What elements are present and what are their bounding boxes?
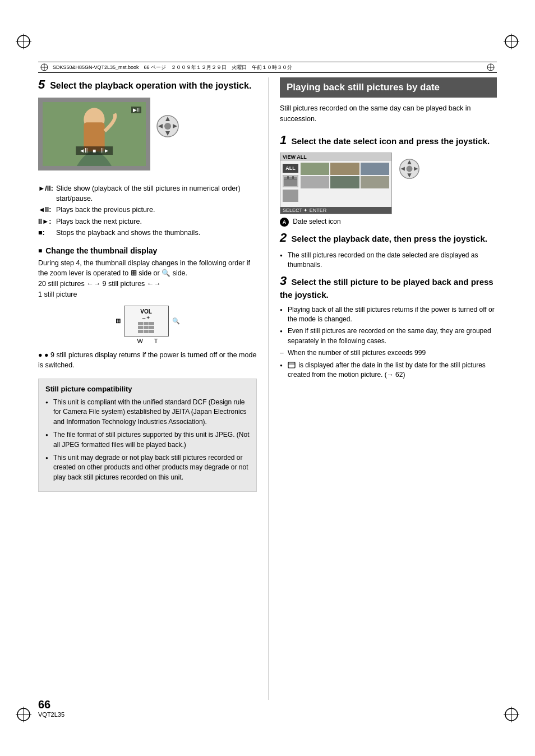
bullet-prev: ◄II: Plays back the previous picture.	[38, 205, 257, 215]
model-number: VQT2L35	[38, 711, 64, 718]
select-bar: SELECT ✦ ENTER	[280, 207, 391, 214]
change-thumbnail-heading: Change the thumbnail display	[38, 246, 257, 255]
step2-num: 2	[280, 231, 287, 245]
thumb-content: ALL	[280, 161, 391, 204]
thumb-2	[330, 163, 359, 175]
zoom-diagram: ⊞ VOL –+ 🔍 W T	[38, 306, 257, 344]
step2-text: Select the playback date, then press the…	[292, 234, 487, 243]
zoom-t-label: T	[154, 338, 158, 344]
bullet-stop-label: ■:	[38, 228, 56, 238]
bullet-prev-text: Plays back the previous picture.	[56, 205, 155, 215]
zoom-w-label: W	[137, 338, 142, 344]
joystick-icon-step1	[399, 158, 420, 181]
thumb-3	[361, 163, 389, 175]
step5-num: 5	[38, 77, 45, 91]
zoom-grid	[138, 322, 155, 333]
step1-text: Select the date select icon and press th…	[292, 136, 490, 146]
compat-item-3: This unit may degrade or not play back s…	[45, 453, 250, 482]
date-icon-label-row: A Date select icon	[280, 218, 392, 227]
zoom-w-icon: ⊞	[116, 317, 121, 325]
compat-item-2: The file format of still pictures suppor…	[45, 430, 250, 450]
step1-num: 1	[280, 133, 287, 147]
compat-list: This unit is compliant with the unified …	[45, 398, 250, 482]
compat-title: Still picture compatibility	[45, 385, 250, 393]
step3-heading: 3 Select the still picture to be played …	[280, 273, 497, 300]
view-all-bar: VIEW ALL	[280, 153, 391, 161]
svg-rect-28	[284, 177, 297, 186]
circle-a-badge: A	[280, 218, 289, 227]
change-thumbnail-label: Change the thumbnail display	[45, 246, 157, 255]
step5-text: Select the playback operation with the j…	[50, 81, 251, 90]
column-divider	[268, 77, 269, 700]
header-text: SDKS50&H85GN-VQT2L35_mst.book 66 ページ ２００…	[53, 64, 292, 71]
step2-heading: 2 Select the playback date, then press t…	[280, 230, 497, 246]
step1-image-row: VIEW ALL ALL	[280, 153, 497, 227]
compat-box: Still picture compatibility This unit is…	[38, 379, 257, 492]
screen-overlay: ▶II ◄II ■ II►	[43, 102, 146, 166]
step3-num: 3	[280, 274, 287, 288]
zoom-box: VOL –+	[124, 306, 169, 336]
bullet-prev-label: ◄II:	[38, 205, 56, 215]
reg-mark-tr	[504, 34, 519, 49]
camera-playback-image: ▶II ◄II ■ II►	[38, 98, 150, 170]
folder-icon	[283, 190, 298, 202]
thumb-5	[330, 176, 359, 188]
zoom-wt-labels: W T	[137, 338, 158, 344]
thumb-4	[301, 176, 329, 188]
note-exceeds-999: When the number of still pictures exceed…	[280, 348, 497, 358]
svg-point-37	[407, 166, 413, 172]
all-btn-col: ALL	[283, 163, 298, 202]
left-column: 5 Select the playback operation with the…	[38, 77, 257, 700]
zoom-vol-label: VOL	[140, 308, 152, 315]
section-title-text: Playing back still pictures by date	[287, 82, 440, 93]
thumb-view-container: VIEW ALL ALL	[280, 153, 392, 227]
svg-rect-31	[292, 176, 294, 179]
step3-notes: Playing back of all the still pictures r…	[280, 305, 497, 380]
change-thumbnail-body: During step 4, the thumbnail display cha…	[38, 258, 257, 300]
step2-notes: The still pictures recorded on the date …	[280, 251, 497, 270]
note-icon-displayed: is displayed after the date in the list …	[280, 361, 497, 380]
svg-rect-30	[287, 176, 289, 179]
svg-point-26	[164, 123, 171, 130]
bullet-stop: ■: Stops the playback and shows the thum…	[38, 228, 257, 238]
thumb-1	[301, 163, 329, 175]
main-content: 5 Select the playback operation with the…	[38, 77, 497, 700]
thumb-view: VIEW ALL ALL	[280, 153, 392, 214]
bullet-next-label: II►:	[38, 217, 56, 227]
note-power-off: Playing back of all the still pictures r…	[280, 305, 497, 325]
bullet-slideshow: ►/II: Slide show (playback of the still …	[38, 184, 257, 204]
date-icon-label-text: Date select icon	[293, 218, 340, 225]
intro-text: Still pictures recorded on the same day …	[280, 103, 497, 125]
note-power-text: ● 9 still pictures display returns if th…	[38, 351, 256, 370]
date-icon-thumb	[283, 175, 298, 187]
joystick-icon	[156, 114, 179, 140]
bullet-stop-text: Stops the playback and shows the thumbna…	[56, 228, 200, 238]
bullet-next: II►: Plays back the next picture.	[38, 217, 257, 227]
step1-heading: 1 Select the date select icon and press …	[280, 132, 497, 149]
bullet-next-text: Plays back the next picture.	[56, 217, 142, 227]
reg-mark-tl	[16, 34, 31, 49]
compat-item-1: This unit is compliant with the unified …	[45, 398, 250, 427]
reg-mark-bl	[16, 707, 31, 722]
header-bar: SDKS50&H85GN-VQT2L35_mst.book 66 ページ ２００…	[38, 62, 497, 73]
note-same-day: Even if still pictures are recorded on t…	[280, 326, 497, 346]
note-power: ● ● 9 still pictures display returns if …	[38, 350, 257, 371]
step2-bullet: The still pictures recorded on the date …	[280, 251, 497, 270]
bullet-slideshow-label: ►/II:	[38, 184, 56, 204]
reg-mark-br	[504, 707, 519, 722]
page-footer: 66 VQT2L35	[38, 698, 64, 718]
thumb-6	[361, 176, 389, 188]
thumbnail-grid	[301, 163, 389, 188]
section-title-box: Playing back still pictures by date	[280, 77, 497, 98]
bullet-slideshow-text: Slide show (playback of the still pictur…	[56, 184, 257, 204]
page-number: 66	[38, 698, 64, 711]
all-btn: ALL	[283, 164, 298, 173]
svg-rect-38	[288, 362, 295, 368]
play-bar: ◄II ■ II►	[76, 146, 113, 155]
step5-heading: 5 Select the playback operation with the…	[38, 77, 257, 92]
zoom-t-icon: 🔍	[172, 317, 180, 325]
step3-text: Select the still picture to be played ba…	[280, 277, 494, 299]
playback-controls-list: ►/II: Slide show (playback of the still …	[38, 184, 257, 238]
right-column: Playing back still pictures by date Stil…	[280, 77, 497, 700]
step5-image-row: ▶II ◄II ■ II►	[38, 98, 257, 177]
